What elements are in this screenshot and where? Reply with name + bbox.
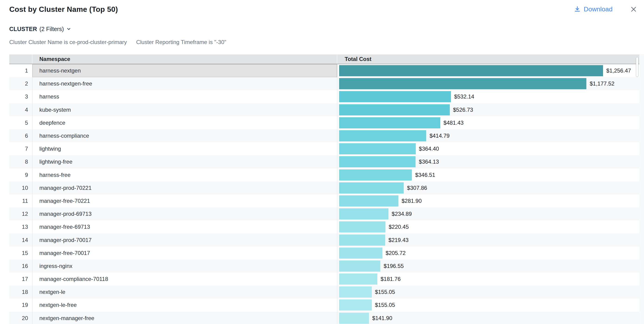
download-button[interactable]: Download bbox=[574, 6, 612, 13]
table-row[interactable]: 3 harness $532.14 bbox=[9, 90, 639, 103]
panel-header: Cost by Cluster Name (Top 50) Download bbox=[0, 0, 644, 14]
download-label: Download bbox=[584, 6, 612, 13]
cost-bar bbox=[339, 260, 380, 272]
column-header-namespace[interactable]: Namespace bbox=[32, 55, 337, 64]
cost-value: $155.05 bbox=[375, 302, 395, 308]
table-row[interactable]: 10 manager-prod-70221 $307.86 bbox=[9, 182, 639, 195]
namespace-cell[interactable]: nextgen-le bbox=[32, 285, 337, 298]
namespace-cell[interactable]: harness-nextgen-free bbox=[32, 77, 337, 90]
table-row[interactable]: 5 deepfence $481.43 bbox=[9, 116, 639, 129]
close-icon bbox=[630, 6, 637, 13]
cost-bar bbox=[339, 299, 372, 310]
table-row[interactable]: 8 lightwing-free $364.13 bbox=[9, 155, 639, 168]
scrollbar-gutter bbox=[639, 54, 644, 324]
cost-table: Namespace Total Cost 1 harness-nextgen $… bbox=[9, 55, 639, 324]
namespace-cell[interactable]: manager-free-70221 bbox=[32, 195, 337, 207]
cost-value: $155.05 bbox=[375, 289, 395, 295]
total-cost-cell: $307.86 bbox=[337, 182, 639, 195]
table-row[interactable]: 13 manager-free-69713 $220.45 bbox=[9, 220, 639, 233]
namespace-cell[interactable]: nextgen-le-free bbox=[32, 298, 337, 311]
vertical-scrollbar-thumb[interactable] bbox=[636, 57, 638, 77]
table-row[interactable]: 7 lightwing $364.40 bbox=[9, 142, 639, 155]
namespace-cell[interactable]: manager-prod-70221 bbox=[32, 182, 337, 195]
cost-value: $526.73 bbox=[453, 107, 473, 113]
namespace-cell[interactable]: manager-prod-70017 bbox=[32, 233, 337, 246]
namespace-cell[interactable]: manager-free-70017 bbox=[32, 247, 337, 260]
row-rank: 18 bbox=[9, 285, 32, 298]
cost-value: $205.72 bbox=[386, 250, 406, 256]
total-cost-cell: $532.14 bbox=[337, 90, 639, 103]
table-row[interactable]: 4 kube-system $526.73 bbox=[9, 103, 639, 116]
cost-value: $364.40 bbox=[419, 145, 439, 152]
table-row[interactable]: 20 nextgen-manager-free $141.90 bbox=[9, 312, 639, 324]
row-rank: 16 bbox=[9, 260, 32, 273]
total-cost-cell: $234.89 bbox=[337, 207, 639, 220]
table-body: 1 harness-nextgen $1,256.47 2 harness-ne… bbox=[9, 64, 639, 324]
namespace-cell[interactable]: lightwing bbox=[32, 142, 337, 155]
table-row[interactable]: 6 harness-compliance $414.79 bbox=[9, 129, 639, 142]
namespace-cell[interactable]: manager-compliance-70118 bbox=[32, 273, 337, 285]
table-row[interactable]: 15 manager-free-70017 $205.72 bbox=[9, 247, 639, 260]
table-row[interactable]: 12 manager-prod-69713 $234.89 bbox=[9, 207, 639, 220]
cost-value: $364.13 bbox=[419, 158, 439, 165]
namespace-cell[interactable]: ingress-nginx bbox=[32, 260, 337, 273]
table-row[interactable]: 18 nextgen-le $155.05 bbox=[9, 285, 639, 298]
table-row[interactable]: 11 manager-free-70221 $281.90 bbox=[9, 195, 639, 207]
namespace-cell[interactable]: manager-free-69713 bbox=[32, 220, 337, 233]
total-cost-cell: $526.73 bbox=[337, 103, 639, 116]
table-row[interactable]: 9 harness-free $346.51 bbox=[9, 169, 639, 182]
filter-group-label: CLUSTER bbox=[9, 26, 37, 33]
cost-bar bbox=[339, 235, 385, 246]
namespace-cell[interactable]: harness-free bbox=[32, 169, 337, 182]
table-header-row: Namespace Total Cost bbox=[9, 55, 639, 64]
row-rank: 4 bbox=[9, 103, 32, 116]
header-actions: Download bbox=[574, 5, 638, 13]
cost-bar bbox=[339, 286, 372, 297]
cost-bar bbox=[339, 195, 398, 207]
cost-value: $141.90 bbox=[372, 315, 392, 321]
cost-bar bbox=[339, 221, 386, 232]
chevron-down-icon bbox=[66, 27, 71, 32]
cost-bar bbox=[339, 104, 450, 115]
cost-bar bbox=[339, 208, 388, 220]
cost-value: $1,256.47 bbox=[606, 67, 631, 74]
row-rank: 6 bbox=[9, 129, 32, 142]
namespace-cell[interactable]: harness-compliance bbox=[32, 129, 337, 142]
row-rank: 2 bbox=[9, 77, 32, 90]
table-row[interactable]: 17 manager-compliance-70118 $181.76 bbox=[9, 273, 639, 285]
table-row[interactable]: 19 nextgen-le-free $155.05 bbox=[9, 298, 639, 311]
row-rank: 11 bbox=[9, 195, 32, 207]
namespace-cell[interactable]: kube-system bbox=[32, 103, 337, 116]
cost-bar bbox=[339, 130, 426, 141]
total-cost-cell: $1,256.47 bbox=[337, 64, 639, 77]
column-header-total-cost[interactable]: Total Cost bbox=[337, 55, 639, 64]
total-cost-cell: $205.72 bbox=[337, 247, 639, 260]
row-rank: 20 bbox=[9, 312, 32, 324]
cluster-filters-toggle[interactable]: CLUSTER (2 Filters) bbox=[9, 26, 71, 33]
row-rank: 12 bbox=[9, 207, 32, 220]
namespace-cell[interactable]: deepfence bbox=[32, 116, 337, 129]
row-rank: 8 bbox=[9, 155, 32, 168]
namespace-cell[interactable]: lightwing-free bbox=[32, 155, 337, 168]
cost-by-cluster-panel: Cost by Cluster Name (Top 50) Download C… bbox=[0, 0, 644, 324]
close-button[interactable] bbox=[630, 5, 638, 13]
row-rank: 19 bbox=[9, 298, 32, 311]
cost-bar bbox=[339, 182, 404, 194]
row-rank: 10 bbox=[9, 182, 32, 195]
table-row[interactable]: 1 harness-nextgen $1,256.47 bbox=[9, 64, 639, 77]
table-row[interactable]: 14 manager-prod-70017 $219.43 bbox=[9, 233, 639, 246]
namespace-cell[interactable]: nextgen-manager-free bbox=[32, 312, 337, 324]
column-header-rank bbox=[9, 55, 32, 64]
namespace-cell[interactable]: harness bbox=[32, 90, 337, 103]
cost-value: $219.43 bbox=[388, 237, 408, 243]
applied-filter-timeframe: Cluster Reporting Timeframe is "-30" bbox=[136, 39, 226, 45]
total-cost-cell: $481.43 bbox=[337, 116, 639, 129]
table-row[interactable]: 16 ingress-nginx $196.55 bbox=[9, 260, 639, 273]
namespace-cell[interactable]: manager-prod-69713 bbox=[32, 207, 337, 220]
cost-value: $346.51 bbox=[415, 172, 435, 178]
total-cost-cell: $1,177.52 bbox=[337, 77, 639, 90]
total-cost-cell: $196.55 bbox=[337, 260, 639, 273]
cost-bar bbox=[339, 313, 369, 324]
namespace-cell[interactable]: harness-nextgen bbox=[32, 64, 337, 77]
table-row[interactable]: 2 harness-nextgen-free $1,177.52 bbox=[9, 77, 639, 90]
